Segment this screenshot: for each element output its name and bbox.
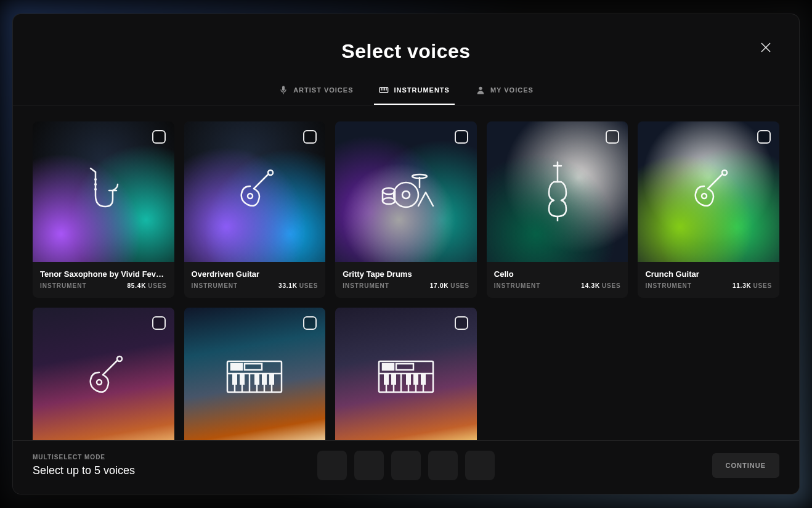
card-checkbox[interactable]	[303, 130, 317, 144]
selection-slots	[317, 451, 495, 480]
saxophone-icon	[82, 166, 125, 218]
card-image	[33, 121, 174, 262]
tabs: ARTIST VOICES INSTRUMENTS MY VOICES	[13, 79, 799, 105]
card-meta: Tenor Saxophone by Vivid Fever Dr…INSTRU…	[33, 262, 174, 298]
svg-point-17	[702, 194, 707, 199]
instrument-card[interactable]: Gritty Tape DrumsINSTRUMENT17.0KUSES	[335, 121, 477, 298]
svg-rect-22	[231, 364, 242, 370]
svg-rect-48	[413, 374, 418, 385]
tab-my-voices[interactable]: MY VOICES	[474, 79, 535, 105]
mic-icon	[278, 85, 288, 95]
svg-rect-23	[245, 364, 262, 370]
card-title: Overdriven Guitar	[192, 269, 319, 279]
card-image	[638, 121, 779, 262]
instrument-card[interactable]: Tenor Saxophone by Vivid Fever Dr…INSTRU…	[33, 121, 174, 298]
tab-label: INSTRUMENTS	[394, 86, 449, 94]
card-checkbox[interactable]	[606, 130, 619, 144]
card-meta: Gritty Tape DrumsINSTRUMENT17.0KUSES	[335, 262, 477, 298]
svg-point-6	[94, 178, 97, 181]
multiselect-mode-label: MULTISELECT MODE	[33, 454, 135, 461]
svg-point-11	[394, 182, 418, 207]
tab-label: ARTIST VOICES	[293, 86, 353, 94]
selection-slot[interactable]	[317, 451, 347, 480]
svg-point-7	[94, 183, 97, 186]
card-type: INSTRUMENT	[494, 282, 541, 289]
instrument-card[interactable]: Crunch GuitarINSTRUMENT11.3KUSES	[638, 121, 779, 298]
svg-point-15	[412, 174, 427, 178]
svg-rect-31	[240, 374, 245, 385]
card-uses: 17.0KUSES	[430, 282, 469, 289]
instrument-card[interactable]	[33, 308, 174, 440]
tab-label: MY VOICES	[490, 86, 534, 94]
svg-rect-30	[232, 374, 237, 385]
card-image	[335, 121, 477, 262]
cards-scroll-area[interactable]: Tenor Saxophone by Vivid Fever Dr…INSTRU…	[13, 105, 799, 440]
svg-rect-45	[384, 374, 389, 385]
card-sub: INSTRUMENT11.3KUSES	[645, 282, 772, 289]
selection-slot[interactable]	[428, 451, 458, 480]
svg-rect-47	[406, 374, 411, 385]
close-button[interactable]	[757, 39, 774, 56]
card-meta: Crunch GuitarINSTRUMENT11.3KUSES	[638, 262, 779, 298]
svg-point-12	[402, 191, 410, 199]
card-title: Gritty Tape Drums	[343, 269, 469, 279]
svg-point-8	[94, 188, 97, 190]
card-sub: INSTRUMENT17.0KUSES	[343, 282, 469, 289]
keyboard-icon	[224, 358, 285, 398]
card-meta: CelloINSTRUMENT14.3KUSES	[487, 262, 628, 298]
svg-point-9	[268, 170, 273, 175]
svg-rect-34	[269, 374, 274, 385]
selection-slot[interactable]	[465, 451, 495, 480]
tab-instruments[interactable]: INSTRUMENTS	[378, 79, 450, 105]
card-title: Cello	[494, 269, 621, 279]
card-checkbox[interactable]	[455, 316, 468, 330]
cello-icon	[543, 160, 572, 224]
card-image	[33, 308, 174, 440]
modal-title: Select voices	[13, 40, 799, 63]
card-uses: 11.3KUSES	[733, 282, 772, 289]
svg-rect-32	[254, 374, 259, 385]
card-checkbox[interactable]	[757, 130, 771, 144]
card-checkbox[interactable]	[152, 130, 166, 144]
svg-rect-4	[386, 88, 387, 91]
card-image	[184, 121, 326, 262]
card-meta: Overdriven GuitarINSTRUMENT33.1KUSES	[184, 262, 326, 298]
svg-rect-33	[262, 374, 267, 385]
multiselect-mode-text: Select up to 5 voices	[33, 464, 135, 477]
svg-point-18	[117, 356, 122, 361]
footer-left: MULTISELECT MODE Select up to 5 voices	[33, 454, 135, 477]
close-icon	[761, 43, 771, 52]
keyboard-icon	[375, 358, 437, 398]
selection-slot[interactable]	[391, 451, 421, 480]
guitar-icon	[686, 168, 731, 216]
instruments-grid: Tenor Saxophone by Vivid Fever Dr…INSTRU…	[33, 121, 779, 440]
selection-slot[interactable]	[354, 451, 384, 480]
svg-point-13	[383, 188, 395, 194]
card-image	[487, 121, 628, 262]
select-voices-modal: Select voices ARTIST VOICES INSTRUMENTS …	[12, 14, 800, 494]
instrument-card[interactable]	[335, 308, 477, 440]
svg-point-16	[722, 170, 727, 175]
card-checkbox[interactable]	[152, 316, 166, 330]
card-type: INSTRUMENT	[645, 282, 692, 289]
instrument-card[interactable]	[184, 308, 326, 440]
svg-rect-38	[396, 364, 413, 370]
card-type: INSTRUMENT	[40, 282, 87, 289]
card-sub: INSTRUMENT33.1KUSES	[192, 282, 319, 289]
guitar-icon	[81, 354, 126, 402]
card-checkbox[interactable]	[303, 316, 317, 330]
svg-point-14	[383, 198, 395, 204]
card-checkbox[interactable]	[455, 130, 468, 144]
svg-rect-1	[381, 88, 382, 91]
svg-rect-2	[383, 88, 383, 91]
svg-rect-46	[391, 374, 396, 385]
instrument-card[interactable]: CelloINSTRUMENT14.3KUSES	[487, 121, 628, 298]
card-type: INSTRUMENT	[343, 282, 389, 289]
card-uses: 85.4KUSES	[127, 282, 166, 289]
svg-rect-49	[421, 374, 426, 385]
drums-icon	[375, 169, 437, 215]
tab-artist-voices[interactable]: ARTIST VOICES	[277, 79, 354, 105]
instrument-card[interactable]: Overdriven GuitarINSTRUMENT33.1KUSES	[184, 121, 326, 298]
card-image	[335, 308, 477, 440]
continue-button[interactable]: CONTINUE	[712, 453, 779, 478]
